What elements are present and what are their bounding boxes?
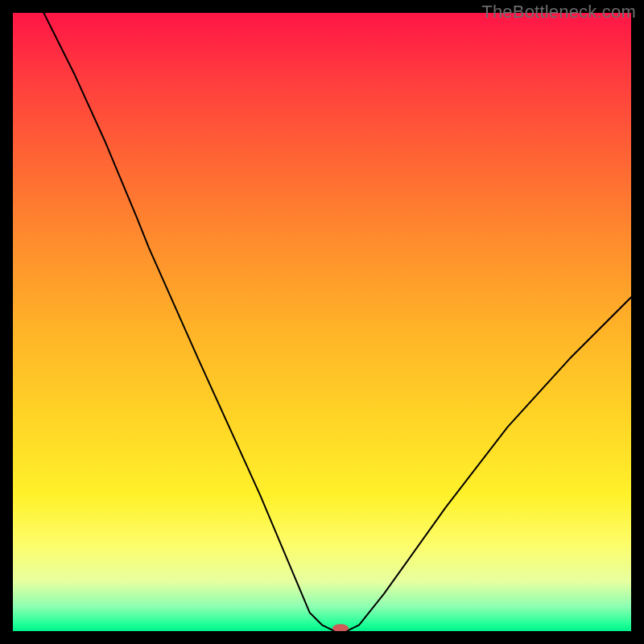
minimum-marker [332, 624, 349, 631]
chart-frame: TheBottleneck.com [0, 0, 644, 644]
bottleneck-curve [13, 13, 631, 631]
plot-area [13, 13, 631, 631]
